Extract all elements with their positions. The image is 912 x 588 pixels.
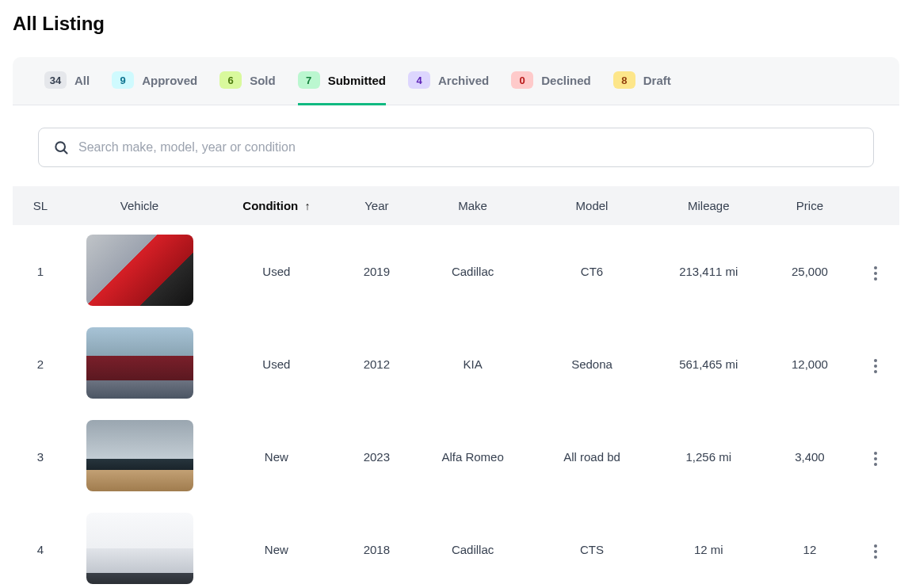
cell-sl: 4: [13, 503, 68, 588]
col-vehicle[interactable]: Vehicle: [68, 186, 211, 225]
table-body: 1Used2019CadillacCT6213,411 mi25,0002Use…: [13, 225, 899, 588]
cell-actions: [852, 410, 899, 503]
tab-badge: 7: [298, 71, 320, 89]
more-actions-icon[interactable]: [864, 355, 887, 377]
tab-badge: 6: [219, 71, 242, 89]
cell-vehicle: [68, 410, 211, 503]
vehicle-thumbnail[interactable]: [86, 235, 193, 306]
search-icon: [53, 139, 69, 155]
cell-year: 2023: [342, 410, 411, 503]
tab-badge: 4: [408, 71, 430, 89]
cell-price: 12: [768, 503, 852, 588]
col-sl[interactable]: SL: [13, 186, 68, 225]
cell-condition: Used: [211, 318, 342, 410]
cell-actions: [852, 318, 899, 410]
search-box[interactable]: [38, 128, 874, 167]
table-header: SL Vehicle Condition ↑ Year Make Model M…: [13, 186, 899, 225]
cell-make: Cadillac: [411, 503, 534, 588]
cell-make: Alfa Romeo: [411, 410, 534, 503]
tab-approved[interactable]: 9Approved: [112, 71, 197, 105]
tab-label: All: [74, 74, 90, 87]
col-actions: [852, 186, 899, 225]
svg-line-1: [64, 151, 67, 154]
tab-sold[interactable]: 6Sold: [219, 71, 276, 105]
more-actions-icon[interactable]: [864, 262, 887, 284]
table-row[interactable]: 1Used2019CadillacCT6213,411 mi25,000: [13, 225, 899, 318]
cell-condition: New: [211, 503, 342, 588]
tab-archived[interactable]: 4Archived: [408, 71, 489, 105]
cell-year: 2018: [342, 503, 411, 588]
cell-year: 2012: [342, 318, 411, 410]
tab-badge: 0: [511, 71, 533, 89]
cell-sl: 3: [13, 410, 68, 503]
col-year[interactable]: Year: [342, 186, 411, 225]
cell-sl: 2: [13, 318, 68, 410]
table-row[interactable]: 4New2018CadillacCTS12 mi12: [13, 503, 899, 588]
col-make[interactable]: Make: [411, 186, 534, 225]
cell-condition: New: [211, 410, 342, 503]
cell-mileage: 1,256 mi: [650, 410, 768, 503]
col-condition[interactable]: Condition ↑: [211, 186, 342, 225]
tabs-bar: 34All9Approved6Sold7Submitted4Archived0D…: [13, 57, 899, 105]
tab-label: Sold: [250, 74, 276, 87]
cell-mileage: 213,411 mi: [650, 225, 768, 318]
tab-label: Archived: [438, 74, 489, 87]
tab-label: Draft: [643, 74, 671, 87]
cell-year: 2019: [342, 225, 411, 318]
search-input[interactable]: [78, 140, 859, 155]
cell-model: All road bd: [534, 410, 649, 503]
cell-vehicle: [68, 225, 211, 318]
cell-actions: [852, 503, 899, 588]
more-actions-icon[interactable]: [864, 540, 887, 563]
cell-price: 12,000: [768, 318, 852, 410]
tab-badge: 9: [112, 71, 134, 89]
cell-make: KIA: [411, 318, 534, 410]
table-row[interactable]: 2Used2012KIASedona561,465 mi12,000: [13, 318, 899, 410]
cell-sl: 1: [13, 225, 68, 318]
cell-price: 3,400: [768, 410, 852, 503]
tab-draft[interactable]: 8Draft: [613, 71, 671, 105]
vehicle-thumbnail[interactable]: [86, 327, 193, 399]
tab-label: Submitted: [328, 74, 386, 87]
cell-vehicle: [68, 318, 211, 410]
col-price[interactable]: Price: [768, 186, 852, 225]
tab-submitted[interactable]: 7Submitted: [298, 71, 386, 105]
tab-label: Declined: [541, 74, 591, 87]
cell-condition: Used: [211, 225, 342, 318]
cell-vehicle: [68, 503, 211, 588]
vehicle-thumbnail[interactable]: [86, 513, 193, 584]
tab-all[interactable]: 34All: [44, 71, 90, 105]
cell-model: Sedona: [534, 318, 649, 410]
cell-actions: [852, 225, 899, 318]
cell-model: CT6: [534, 225, 649, 318]
sort-asc-icon: ↑: [304, 200, 310, 212]
tab-badge: 34: [44, 71, 67, 89]
col-model[interactable]: Model: [534, 186, 649, 225]
cell-price: 25,000: [768, 225, 852, 318]
listings-table: SL Vehicle Condition ↑ Year Make Model M…: [13, 186, 899, 588]
cell-mileage: 561,465 mi: [650, 318, 768, 410]
listing-card: 34All9Approved6Sold7Submitted4Archived0D…: [13, 57, 899, 588]
more-actions-icon[interactable]: [864, 448, 887, 470]
tab-declined[interactable]: 0Declined: [511, 71, 591, 105]
col-mileage[interactable]: Mileage: [650, 186, 768, 225]
cell-make: Cadillac: [411, 225, 534, 318]
tab-label: Approved: [142, 74, 197, 87]
col-condition-label: Condition: [242, 199, 298, 212]
cell-mileage: 12 mi: [650, 503, 768, 588]
vehicle-thumbnail[interactable]: [86, 420, 193, 491]
search-wrap: [13, 105, 899, 186]
cell-model: CTS: [534, 503, 649, 588]
tab-badge: 8: [613, 71, 635, 89]
page-title: All Listing: [13, 13, 899, 35]
table-row[interactable]: 3New2023Alfa RomeoAll road bd1,256 mi3,4…: [13, 410, 899, 503]
